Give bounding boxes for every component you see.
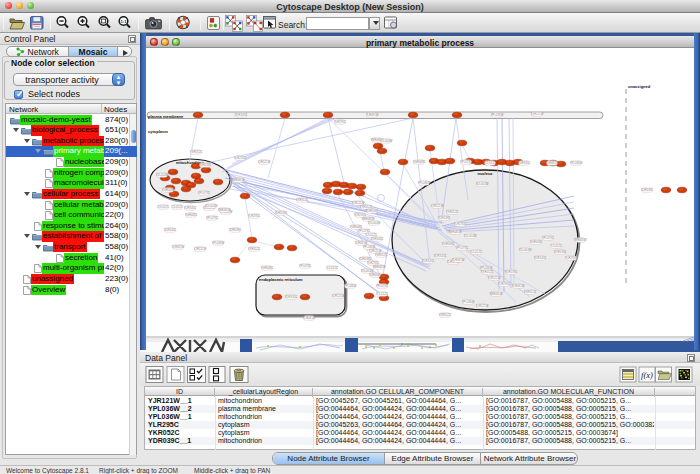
svg-text:endoplasmic reticulum: endoplasmic reticulum: [259, 277, 303, 282]
svg-text:YDR039C: YDR039C: [229, 228, 242, 232]
svg-text:YBR085W: YBR085W: [372, 265, 385, 269]
svg-text:1:1: 1:1: [120, 19, 127, 24]
svg-text:YKR052C: YKR052C: [439, 313, 451, 317]
svg-text:YPL078C: YPL078C: [299, 264, 311, 268]
svg-text:YJL012C: YJL012C: [470, 250, 482, 254]
svg-text:YGR008C: YGR008C: [261, 266, 274, 270]
svg-text:YLR081W: YLR081W: [366, 113, 379, 117]
svg-text:YKR052C: YKR052C: [524, 290, 536, 294]
svg-text:YGR008C: YGR008C: [162, 188, 175, 192]
svg-text:YDL004W: YDL004W: [156, 173, 169, 177]
svg-text:YBR085W: YBR085W: [489, 292, 502, 296]
svg-text:YBR085W: YBR085W: [448, 230, 461, 234]
svg-text:YGR008C: YGR008C: [413, 160, 426, 164]
svg-text:YJR121W: YJR121W: [431, 204, 444, 208]
svg-text:YJR121W: YJR121W: [488, 276, 501, 280]
svg-text:YDR345C: YDR345C: [285, 295, 298, 299]
svg-text:YPL036W: YPL036W: [462, 300, 475, 304]
svg-text:YKR052C: YKR052C: [375, 253, 387, 257]
svg-text:YJR121W: YJR121W: [476, 304, 489, 308]
svg-text:YDR345C: YDR345C: [164, 228, 177, 232]
svg-text:YPL078C: YPL078C: [206, 216, 218, 220]
svg-text:YDL004W: YDL004W: [205, 204, 218, 208]
svg-text:YLR081W: YLR081W: [303, 316, 316, 320]
svg-text:YLR081W: YLR081W: [172, 245, 185, 249]
svg-text:YJR121W: YJR121W: [531, 112, 544, 116]
svg-text:YPL036W: YPL036W: [344, 284, 357, 288]
svg-text:YDL004W: YDL004W: [380, 139, 393, 143]
svg-text:YJL012C: YJL012C: [550, 244, 562, 248]
svg-text:YKR052C: YKR052C: [296, 198, 308, 202]
svg-text:YDR345C: YDR345C: [534, 256, 547, 260]
svg-text:plasma membrane: plasma membrane: [148, 114, 184, 119]
svg-text:YDR039C: YDR039C: [554, 250, 567, 254]
svg-text:YPL036W: YPL036W: [570, 161, 583, 165]
svg-text:YPL036W: YPL036W: [212, 241, 225, 245]
svg-text:YLR295C: YLR295C: [248, 214, 260, 218]
svg-text:YDL004W: YDL004W: [368, 221, 381, 225]
svg-text:YJL012C: YJL012C: [376, 292, 388, 296]
svg-text:YPL078C: YPL078C: [376, 284, 388, 288]
svg-text:YPL078C: YPL078C: [198, 191, 210, 195]
svg-text:YLR081W: YLR081W: [452, 258, 465, 262]
svg-text:YLR295C: YLR295C: [454, 222, 466, 226]
svg-text:YDR039C: YDR039C: [275, 211, 288, 215]
svg-text:YJL012C: YJL012C: [157, 205, 169, 209]
svg-text:YDR345C: YDR345C: [235, 113, 248, 117]
svg-text:YKR052C: YKR052C: [248, 247, 260, 251]
svg-text:YDR345C: YDR345C: [422, 259, 435, 263]
svg-text:YPL078C: YPL078C: [456, 246, 468, 250]
svg-text:YJR121W: YJR121W: [258, 160, 271, 164]
svg-text:YJR121W: YJR121W: [194, 247, 207, 251]
svg-text:YGR008C: YGR008C: [369, 273, 382, 277]
svg-text:YDR345C: YDR345C: [434, 254, 447, 258]
svg-text:YJL012C: YJL012C: [326, 266, 338, 270]
svg-text:YPL036W: YPL036W: [491, 113, 504, 117]
svg-text:YGR008C: YGR008C: [185, 213, 198, 217]
svg-text:YGR008C: YGR008C: [530, 240, 543, 244]
svg-text:YDR039C: YDR039C: [438, 216, 451, 220]
svg-text:YJL012C: YJL012C: [171, 205, 183, 209]
svg-text:YDR039C: YDR039C: [199, 163, 212, 167]
svg-text:YDL004W: YDL004W: [519, 248, 532, 252]
svg-text:YDR345C: YDR345C: [371, 237, 384, 241]
svg-text:YPL078C: YPL078C: [542, 236, 554, 240]
svg-text:YLR295C: YLR295C: [334, 120, 346, 124]
svg-text:YKR052C: YKR052C: [190, 150, 202, 154]
svg-text:YJL012C: YJL012C: [484, 161, 496, 165]
svg-text:YDR345C: YDR345C: [184, 206, 197, 210]
svg-text:YLR295C: YLR295C: [498, 282, 510, 286]
svg-text:YBR085W: YBR085W: [217, 208, 230, 212]
svg-text:YLR081W: YLR081W: [512, 284, 525, 288]
svg-text:YLR295C: YLR295C: [565, 256, 577, 260]
svg-text:YBR085W: YBR085W: [573, 238, 586, 242]
svg-text:YDL004W: YDL004W: [476, 182, 489, 186]
svg-text:YLR295C: YLR295C: [234, 156, 246, 160]
svg-text:YGR008C: YGR008C: [442, 242, 455, 246]
svg-text:YPL078C: YPL078C: [460, 160, 472, 164]
svg-text:YPL036W: YPL036W: [418, 181, 431, 185]
svg-text:YLR081W: YLR081W: [546, 161, 559, 165]
svg-text:YDR039C: YDR039C: [641, 188, 654, 192]
svg-text:nucleus: nucleus: [477, 171, 493, 176]
svg-text:YKR052C: YKR052C: [446, 210, 458, 214]
svg-text:YBR085W: YBR085W: [231, 178, 244, 182]
svg-text:cytoplasm: cytoplasm: [148, 129, 168, 134]
svg-text:f(x): f(x): [641, 370, 653, 380]
svg-text:YDL004W: YDL004W: [464, 234, 477, 238]
svg-text:YDR039C: YDR039C: [505, 270, 518, 274]
svg-text:YDR345C: YDR345C: [518, 161, 531, 165]
svg-text:YKR052C: YKR052C: [481, 270, 493, 274]
svg-text:unassigned: unassigned: [628, 84, 651, 89]
svg-text:YJR121W: YJR121W: [332, 294, 345, 298]
svg-text:YDR039C: YDR039C: [366, 209, 379, 213]
